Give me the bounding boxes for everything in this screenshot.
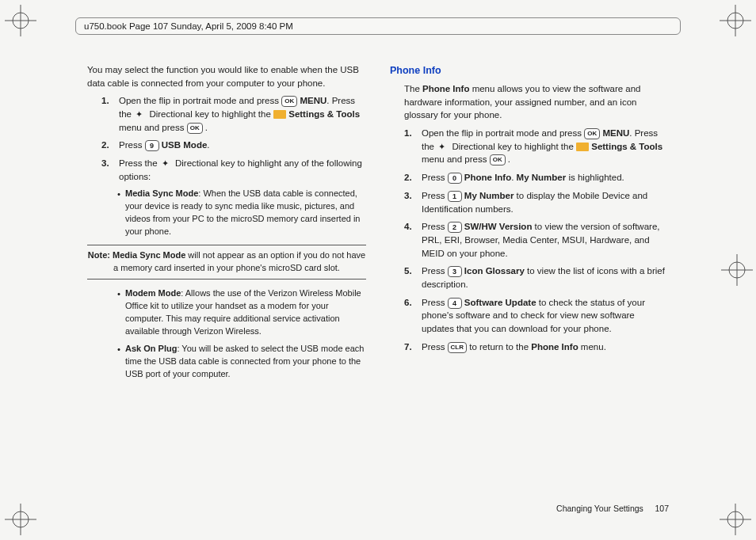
- step-body: Press the Directional key to highlight a…: [119, 157, 366, 183]
- bullet-icon: •: [117, 287, 125, 338]
- crop-mark-r: [721, 254, 753, 286]
- directional-key-icon: [160, 159, 173, 169]
- step-4: 4. Press 2 SW/HW Version to view the ver…: [390, 220, 669, 260]
- crop-mark-bl: [5, 504, 36, 535]
- ok-key-icon: OK: [584, 128, 600, 139]
- key-1-icon: 1: [448, 191, 462, 202]
- left-column: You may select the function you would li…: [87, 63, 366, 492]
- step-number: 3.: [101, 157, 119, 183]
- step-2: 2. Press 9 USB Mode.: [87, 139, 366, 152]
- settings-folder-icon: [273, 110, 286, 119]
- bullet-modem-mode: • Modem Mode: Allows the use of the Veri…: [87, 287, 366, 338]
- crop-mark-tl: [5, 5, 36, 36]
- step-body: Press 1 My Number to display the Mobile …: [422, 189, 669, 215]
- step-6: 6. Press 4 Software Update to check the …: [390, 296, 669, 336]
- step-number: 4.: [404, 220, 422, 260]
- footer-section: Changing Your Settings: [556, 504, 643, 513]
- step-1: 1. Open the flip in portrait mode and pr…: [390, 127, 669, 166]
- step-number: 1.: [404, 127, 422, 166]
- step-number: 1.: [101, 94, 119, 134]
- clr-key-icon: CLR: [448, 342, 467, 353]
- bullet-icon: •: [117, 188, 125, 238]
- step-body: Press CLR to return to the Phone Info me…: [422, 340, 669, 354]
- step-body: Press 2 SW/HW Version to view the versio…: [422, 220, 669, 260]
- intro-text: You may select the function you would li…: [87, 63, 366, 89]
- section-title-phone-info: Phone Info: [390, 63, 669, 78]
- step-number: 3.: [404, 189, 422, 215]
- key-9-icon: 9: [145, 140, 159, 151]
- header-text: u750.book Page 107 Sunday, April 5, 2009…: [84, 21, 293, 31]
- crop-mark-tr: [720, 5, 751, 36]
- step-body: Open the flip in portrait mode and press…: [119, 94, 366, 134]
- key-3-icon: 3: [448, 266, 462, 277]
- step-5: 5. Press 3 Icon Glossary to view the lis…: [390, 264, 669, 291]
- step-body: Open the flip in portrait mode and press…: [422, 127, 669, 166]
- key-2-icon: 2: [448, 222, 462, 233]
- step-body: Press 0 Phone Info. My Number is highlig…: [422, 171, 669, 184]
- page-header-bar: u750.book Page 107 Sunday, April 5, 2009…: [75, 17, 681, 35]
- phone-info-intro: The Phone Info menu allows you to view t…: [390, 82, 669, 122]
- page-footer: Changing Your Settings 107: [556, 504, 669, 513]
- bullet-icon: •: [117, 343, 125, 381]
- step-body: Press 9 USB Mode.: [119, 139, 366, 152]
- content-area: You may select the function you would li…: [87, 63, 669, 492]
- step-7: 7. Press CLR to return to the Phone Info…: [390, 340, 669, 354]
- bullet-media-sync: • Media Sync Mode: When the USB data cab…: [87, 188, 366, 238]
- step-number: 5.: [404, 264, 422, 291]
- step-number: 2.: [404, 171, 422, 184]
- right-column: Phone Info The Phone Info menu allows yo…: [390, 63, 669, 492]
- directional-key-icon: [134, 110, 147, 120]
- step-number: 2.: [101, 139, 119, 152]
- footer-page-number: 107: [655, 504, 669, 513]
- ok-key-icon: OK: [281, 96, 297, 107]
- settings-folder-icon: [576, 143, 589, 151]
- directional-key-icon: [437, 143, 449, 152]
- step-body: Press 3 Icon Glossary to view the list o…: [422, 264, 669, 291]
- crop-mark-br: [720, 504, 751, 535]
- note-block: Note: Media Sync Mode will not appear as…: [87, 245, 366, 280]
- step-2: 2. Press 0 Phone Info. My Number is high…: [390, 171, 669, 184]
- ok-key-icon: OK: [490, 154, 506, 165]
- key-4-icon: 4: [448, 298, 462, 309]
- step-number: 7.: [404, 340, 422, 354]
- step-1: 1. Open the flip in portrait mode and pr…: [87, 94, 366, 134]
- step-body: Press 4 Software Update to check the sta…: [422, 296, 669, 336]
- step-3: 3. Press the Directional key to highligh…: [87, 157, 366, 183]
- step-3: 3. Press 1 My Number to display the Mobi…: [390, 189, 669, 215]
- step-number: 6.: [404, 296, 422, 336]
- key-0-icon: 0: [448, 173, 462, 184]
- ok-key-icon: OK: [187, 123, 203, 134]
- bullet-ask-on-plug: • Ask On Plug: You will be asked to sele…: [87, 343, 366, 381]
